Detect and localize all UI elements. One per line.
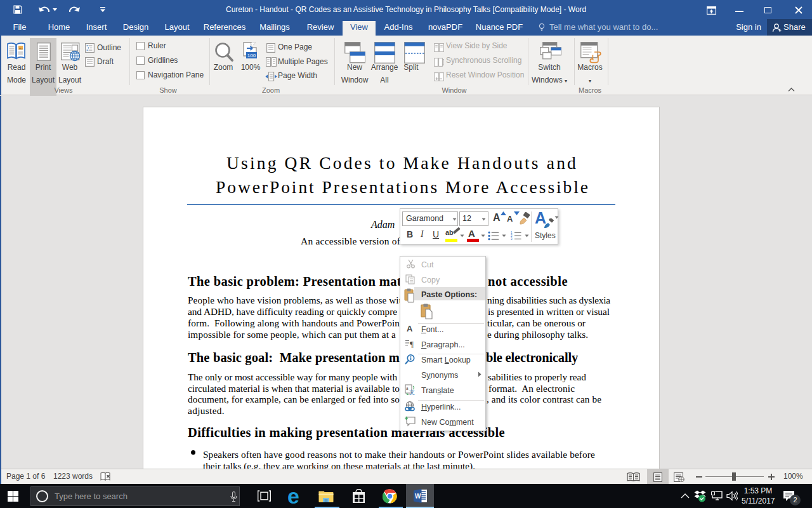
- svg-text:W: W: [415, 493, 421, 500]
- svg-text:3: 3: [511, 237, 513, 241]
- svg-text:100: 100: [247, 53, 256, 58]
